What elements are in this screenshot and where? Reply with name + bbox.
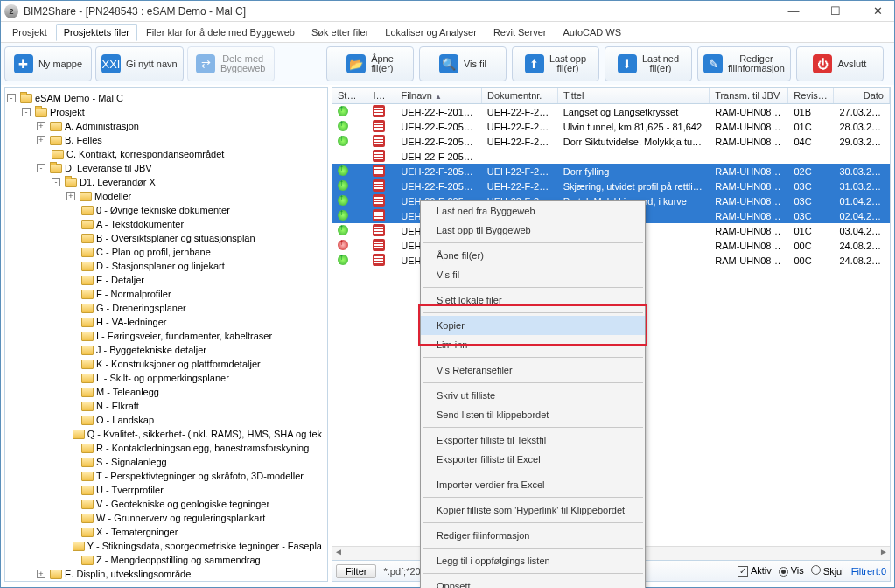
context-menu-item[interactable]: Lim inn xyxy=(421,335,645,354)
aktiv-checkbox[interactable]: ✓Aktiv xyxy=(738,565,772,577)
tree-label: L - Skilt- og oppmerkingsplaner xyxy=(96,373,229,383)
tree-item[interactable]: C - Plan og profil, jernbane xyxy=(7,245,325,259)
filter-result[interactable]: Filtrert:0 xyxy=(851,566,886,577)
close-button[interactable]: ✕ xyxy=(864,4,891,18)
tree-item[interactable]: -eSAM Demo - Mal C xyxy=(7,91,325,105)
tree-item[interactable]: H - VA-ledninger xyxy=(7,315,325,329)
grid-header[interactable]: StatusIconFilnavn▲Dokumentnr.TittelTrans… xyxy=(332,88,890,104)
tree-item[interactable]: V - Geotekniske og geologiske tegninger xyxy=(7,497,325,511)
context-menu-item[interactable]: Last ned fra Byggeweb xyxy=(421,201,645,220)
tree-item[interactable]: D - Stasjonsplaner og linjekart xyxy=(7,259,325,273)
tree-item[interactable]: N - Elkraft xyxy=(7,399,325,413)
context-menu-item[interactable]: Åpne fil(er) xyxy=(421,246,645,265)
tree-item[interactable]: M - Teleanlegg xyxy=(7,385,325,399)
filter-button[interactable]: Filter xyxy=(336,564,376,578)
context-menu-item[interactable]: Kopier filliste som 'Hyperlink' til Klip… xyxy=(421,500,645,520)
toolbar-button[interactable]: ⬆Last opp fil(er) xyxy=(512,46,599,81)
table-row[interactable]: UEH-22-F-20553.pdfUEH-22-F-20553Skjæring… xyxy=(332,178,890,193)
context-menu-item[interactable]: Importer verdier fra Excel xyxy=(421,475,645,494)
tree-item[interactable]: -D1. Leverandør X xyxy=(7,175,325,189)
tree-item[interactable]: R - Kontaktledningsanlegg, banestrømsfor… xyxy=(7,441,325,455)
tree-item[interactable]: Z - Mengdeoppstilling og sammendrag xyxy=(7,553,325,567)
tree-item[interactable]: 0 - Øvrige tekniske dokumenter xyxy=(7,203,325,217)
column-header[interactable]: Status xyxy=(332,88,367,103)
tree-item[interactable]: +A. Administrasjon xyxy=(7,119,325,133)
tree-item[interactable]: J - Byggetekniske detaljer xyxy=(7,343,325,357)
column-header[interactable]: Tittel xyxy=(558,88,710,103)
context-menu-item[interactable]: Last opp til Byggeweb xyxy=(421,220,645,240)
table-row[interactable]: UEH-22-F-20532.pdf xyxy=(332,149,890,164)
window-title: BIM2Share - [PN248543 : eSAM Demo - Mal … xyxy=(24,5,780,18)
tree-item[interactable]: F - Normalprofiler xyxy=(7,287,325,301)
table-row[interactable]: UEH-22-F-20101.pdfUEH-22-F-20101Langset … xyxy=(332,104,890,119)
menu-tab[interactable]: Revit Server xyxy=(486,24,555,41)
menu-tab[interactable]: Lokaliser og Analyser xyxy=(377,24,485,41)
toolbar-button[interactable]: XXIGi nytt navn xyxy=(95,46,184,81)
context-menu-item[interactable]: Kopier xyxy=(421,316,645,335)
context-menu-item[interactable]: Send listen til klippebordet xyxy=(421,405,645,424)
column-header[interactable]: Icon xyxy=(367,88,395,103)
toolbar-button[interactable]: 📂Åpne fil(er) xyxy=(326,46,414,81)
table-row[interactable]: UEH-22-F-20550.pdfUEH-22-F-20550Dorr fyl… xyxy=(332,164,890,178)
toolbar-button[interactable]: ⬇Last ned fil(er) xyxy=(605,46,692,81)
tree-item[interactable]: I - Føringsveier, fundamenter, kabeltras… xyxy=(7,329,325,343)
table-row[interactable]: UEH-22-F-20518.pdfUEH-22-F-20518Dorr Sik… xyxy=(332,134,890,149)
tree-item[interactable]: A - Tekstdokumenter xyxy=(7,217,325,231)
tree-item[interactable]: Q - Kvalitet-, sikkerhet- (inkl. RAMS), … xyxy=(7,427,325,441)
context-menu-item[interactable]: Eksporter filliste til Excel xyxy=(421,450,645,469)
menu-tab[interactable]: Prosjekt xyxy=(4,24,55,41)
skjul-radio[interactable]: Skjul xyxy=(811,565,844,577)
tree-label: A - Tekstdokumenter xyxy=(96,219,184,229)
menu-tab[interactable]: Søk etter filer xyxy=(304,24,376,41)
context-menu-item[interactable]: Vis Referansefiler xyxy=(421,360,645,380)
tree-label: 0 - Øvrige tekniske dokumenter xyxy=(96,205,230,215)
menu-tab[interactable]: AutoCAD WS xyxy=(555,24,629,41)
tree-item[interactable]: +B. Felles xyxy=(7,133,325,147)
context-menu-item[interactable]: Rediger filinformasjon xyxy=(421,526,645,545)
column-header[interactable]: Dokumentnr. xyxy=(482,88,558,103)
tree-item[interactable]: B - Oversiktsplaner og situasjonsplan xyxy=(7,231,325,245)
context-menu-item[interactable]: Skriv ut filliste xyxy=(421,386,645,405)
context-separator xyxy=(423,472,643,472)
column-header[interactable]: Revisjon xyxy=(788,88,834,103)
tree-item[interactable]: +E. Displin, utvekslingsområde xyxy=(7,567,325,581)
context-menu-item[interactable]: Vis fil xyxy=(421,265,645,284)
column-header[interactable]: Transm. til JBV xyxy=(710,88,788,103)
tree-item[interactable]: -D. Leveranse til JBV xyxy=(7,161,325,175)
context-menu-item[interactable]: Slett lokale filer xyxy=(421,290,645,310)
tree-item[interactable]: L - Skilt- og oppmerkingsplaner xyxy=(7,371,325,385)
table-row[interactable]: UEH-22-F-20515.pdfUEH-22-F-20515Ulvin tu… xyxy=(332,119,890,134)
tree-item[interactable]: T - Perspektivtegninger og skråfoto, 3D-… xyxy=(7,469,325,483)
toolbar-button[interactable]: ⏻Avslutt xyxy=(796,46,884,81)
vis-radio[interactable]: Vis xyxy=(779,565,804,577)
toolbar-button[interactable]: 🔍Vis fil xyxy=(419,46,507,81)
menu-tab[interactable]: Filer klar for å dele med Byggeweb xyxy=(138,24,303,41)
menu-tab[interactable]: Prosjektets filer xyxy=(56,24,137,41)
tree-item[interactable]: Y - Stikningsdata, sporgeometriske tegni… xyxy=(7,539,325,553)
context-menu-item[interactable]: Legg til i oppfølgings listen xyxy=(421,551,645,570)
context-menu[interactable]: Last ned fra ByggewebLast opp til Byggew… xyxy=(420,200,646,588)
toolbar-button[interactable]: ✎Rediger filinformasjon xyxy=(697,46,791,81)
tree-item[interactable]: U - Tverrprofiler xyxy=(7,483,325,497)
tree-item[interactable]: W - Grunnerverv og reguleringsplankart xyxy=(7,511,325,525)
tree-item[interactable]: -Prosjekt xyxy=(7,105,325,119)
column-header[interactable]: Filnavn▲ xyxy=(395,88,482,103)
context-menu-item[interactable]: Oppsett xyxy=(421,577,645,588)
tree-item[interactable]: +Modeller xyxy=(7,189,325,203)
tree-item[interactable]: K - Konstruksjoner og plattformdetaljer xyxy=(7,357,325,371)
tree-item[interactable]: Mine lokale prosjektfiler xyxy=(7,581,325,582)
maximize-button[interactable]: ☐ xyxy=(822,4,849,18)
tree-label: X - Tematergninger xyxy=(96,527,178,537)
tree-item[interactable]: O - Landskap xyxy=(7,413,325,427)
toolbar-button[interactable]: ✚Ny mappe xyxy=(4,46,92,81)
column-header[interactable]: Dato xyxy=(834,88,890,103)
tree-item[interactable]: G - Dreneringsplaner xyxy=(7,301,325,315)
tree-panel[interactable]: -eSAM Demo - Mal C-Prosjekt+A. Administr… xyxy=(4,87,328,582)
tree-item[interactable]: E - Detaljer xyxy=(7,273,325,287)
tree-item[interactable]: X - Tematergninger xyxy=(7,525,325,539)
folder-icon xyxy=(50,164,62,173)
minimize-button[interactable]: — xyxy=(780,4,807,18)
context-menu-item[interactable]: Eksporter filliste til Tekstfil xyxy=(421,430,645,450)
tree-item[interactable]: C. Kontrakt, korrespondanseområdet xyxy=(7,147,325,161)
tree-item[interactable]: S - Signalanlegg xyxy=(7,455,325,469)
